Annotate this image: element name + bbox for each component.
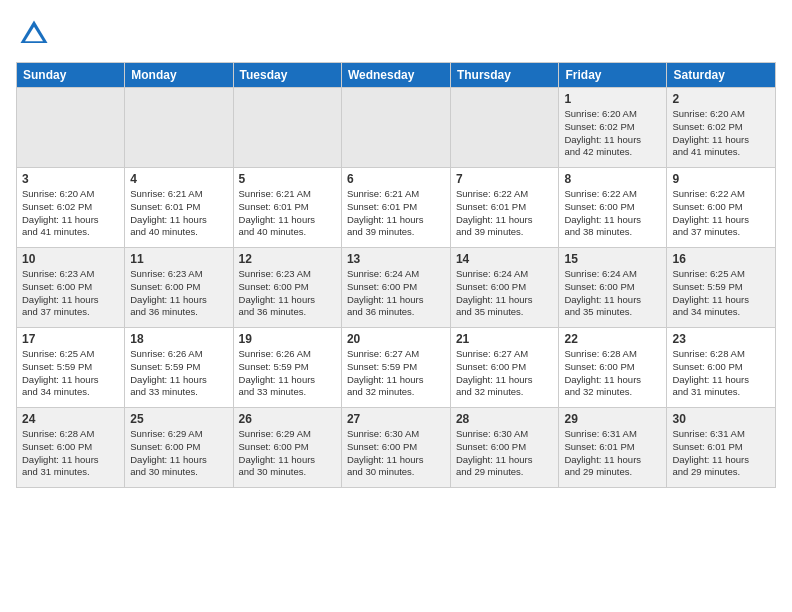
calendar-day-cell xyxy=(17,88,125,168)
calendar-week-row: 1Sunrise: 6:20 AM Sunset: 6:02 PM Daylig… xyxy=(17,88,776,168)
day-number: 19 xyxy=(239,332,336,346)
day-info: Sunrise: 6:30 AM Sunset: 6:00 PM Dayligh… xyxy=(347,428,445,479)
weekday-header: Saturday xyxy=(667,63,776,88)
calendar-day-cell: 16Sunrise: 6:25 AM Sunset: 5:59 PM Dayli… xyxy=(667,248,776,328)
day-number: 30 xyxy=(672,412,770,426)
day-number: 28 xyxy=(456,412,554,426)
day-number: 1 xyxy=(564,92,661,106)
calendar-week-row: 10Sunrise: 6:23 AM Sunset: 6:00 PM Dayli… xyxy=(17,248,776,328)
calendar-day-cell: 1Sunrise: 6:20 AM Sunset: 6:02 PM Daylig… xyxy=(559,88,667,168)
day-number: 9 xyxy=(672,172,770,186)
calendar-day-cell: 8Sunrise: 6:22 AM Sunset: 6:00 PM Daylig… xyxy=(559,168,667,248)
day-number: 6 xyxy=(347,172,445,186)
calendar-day-cell xyxy=(125,88,233,168)
calendar-table: SundayMondayTuesdayWednesdayThursdayFrid… xyxy=(16,62,776,488)
header xyxy=(16,16,776,52)
day-number: 7 xyxy=(456,172,554,186)
calendar-day-cell: 9Sunrise: 6:22 AM Sunset: 6:00 PM Daylig… xyxy=(667,168,776,248)
calendar-day-cell: 26Sunrise: 6:29 AM Sunset: 6:00 PM Dayli… xyxy=(233,408,341,488)
calendar-day-cell: 27Sunrise: 6:30 AM Sunset: 6:00 PM Dayli… xyxy=(341,408,450,488)
day-info: Sunrise: 6:25 AM Sunset: 5:59 PM Dayligh… xyxy=(22,348,119,399)
day-number: 21 xyxy=(456,332,554,346)
day-info: Sunrise: 6:27 AM Sunset: 5:59 PM Dayligh… xyxy=(347,348,445,399)
calendar-day-cell: 19Sunrise: 6:26 AM Sunset: 5:59 PM Dayli… xyxy=(233,328,341,408)
day-number: 2 xyxy=(672,92,770,106)
day-number: 17 xyxy=(22,332,119,346)
day-number: 10 xyxy=(22,252,119,266)
day-info: Sunrise: 6:21 AM Sunset: 6:01 PM Dayligh… xyxy=(130,188,227,239)
calendar-day-cell: 29Sunrise: 6:31 AM Sunset: 6:01 PM Dayli… xyxy=(559,408,667,488)
day-number: 27 xyxy=(347,412,445,426)
day-number: 4 xyxy=(130,172,227,186)
calendar-week-row: 3Sunrise: 6:20 AM Sunset: 6:02 PM Daylig… xyxy=(17,168,776,248)
calendar-day-cell: 10Sunrise: 6:23 AM Sunset: 6:00 PM Dayli… xyxy=(17,248,125,328)
calendar-day-cell: 18Sunrise: 6:26 AM Sunset: 5:59 PM Dayli… xyxy=(125,328,233,408)
day-info: Sunrise: 6:23 AM Sunset: 6:00 PM Dayligh… xyxy=(130,268,227,319)
weekday-header: Tuesday xyxy=(233,63,341,88)
calendar-day-cell: 25Sunrise: 6:29 AM Sunset: 6:00 PM Dayli… xyxy=(125,408,233,488)
day-number: 20 xyxy=(347,332,445,346)
calendar-week-row: 24Sunrise: 6:28 AM Sunset: 6:00 PM Dayli… xyxy=(17,408,776,488)
calendar-day-cell: 6Sunrise: 6:21 AM Sunset: 6:01 PM Daylig… xyxy=(341,168,450,248)
calendar-day-cell: 24Sunrise: 6:28 AM Sunset: 6:00 PM Dayli… xyxy=(17,408,125,488)
weekday-header: Sunday xyxy=(17,63,125,88)
logo xyxy=(16,16,56,52)
day-number: 15 xyxy=(564,252,661,266)
day-info: Sunrise: 6:24 AM Sunset: 6:00 PM Dayligh… xyxy=(564,268,661,319)
day-number: 13 xyxy=(347,252,445,266)
calendar-day-cell: 5Sunrise: 6:21 AM Sunset: 6:01 PM Daylig… xyxy=(233,168,341,248)
day-number: 3 xyxy=(22,172,119,186)
calendar-day-cell xyxy=(341,88,450,168)
day-info: Sunrise: 6:28 AM Sunset: 6:00 PM Dayligh… xyxy=(564,348,661,399)
day-info: Sunrise: 6:26 AM Sunset: 5:59 PM Dayligh… xyxy=(130,348,227,399)
calendar-day-cell: 3Sunrise: 6:20 AM Sunset: 6:02 PM Daylig… xyxy=(17,168,125,248)
day-info: Sunrise: 6:31 AM Sunset: 6:01 PM Dayligh… xyxy=(672,428,770,479)
day-number: 23 xyxy=(672,332,770,346)
day-number: 25 xyxy=(130,412,227,426)
calendar-day-cell: 30Sunrise: 6:31 AM Sunset: 6:01 PM Dayli… xyxy=(667,408,776,488)
day-info: Sunrise: 6:31 AM Sunset: 6:01 PM Dayligh… xyxy=(564,428,661,479)
day-number: 29 xyxy=(564,412,661,426)
calendar-day-cell: 23Sunrise: 6:28 AM Sunset: 6:00 PM Dayli… xyxy=(667,328,776,408)
page: SundayMondayTuesdayWednesdayThursdayFrid… xyxy=(0,0,792,612)
day-info: Sunrise: 6:30 AM Sunset: 6:00 PM Dayligh… xyxy=(456,428,554,479)
calendar-day-cell: 28Sunrise: 6:30 AM Sunset: 6:00 PM Dayli… xyxy=(450,408,559,488)
day-info: Sunrise: 6:20 AM Sunset: 6:02 PM Dayligh… xyxy=(672,108,770,159)
calendar-week-row: 17Sunrise: 6:25 AM Sunset: 5:59 PM Dayli… xyxy=(17,328,776,408)
day-info: Sunrise: 6:20 AM Sunset: 6:02 PM Dayligh… xyxy=(564,108,661,159)
day-info: Sunrise: 6:23 AM Sunset: 6:00 PM Dayligh… xyxy=(22,268,119,319)
day-info: Sunrise: 6:27 AM Sunset: 6:00 PM Dayligh… xyxy=(456,348,554,399)
weekday-header: Wednesday xyxy=(341,63,450,88)
day-info: Sunrise: 6:26 AM Sunset: 5:59 PM Dayligh… xyxy=(239,348,336,399)
calendar-day-cell: 20Sunrise: 6:27 AM Sunset: 5:59 PM Dayli… xyxy=(341,328,450,408)
calendar-day-cell: 21Sunrise: 6:27 AM Sunset: 6:00 PM Dayli… xyxy=(450,328,559,408)
day-info: Sunrise: 6:28 AM Sunset: 6:00 PM Dayligh… xyxy=(22,428,119,479)
day-number: 11 xyxy=(130,252,227,266)
day-number: 12 xyxy=(239,252,336,266)
weekday-header: Friday xyxy=(559,63,667,88)
day-number: 26 xyxy=(239,412,336,426)
calendar-day-cell: 22Sunrise: 6:28 AM Sunset: 6:00 PM Dayli… xyxy=(559,328,667,408)
calendar-day-cell: 12Sunrise: 6:23 AM Sunset: 6:00 PM Dayli… xyxy=(233,248,341,328)
day-info: Sunrise: 6:22 AM Sunset: 6:00 PM Dayligh… xyxy=(564,188,661,239)
calendar-day-cell: 2Sunrise: 6:20 AM Sunset: 6:02 PM Daylig… xyxy=(667,88,776,168)
weekday-header: Thursday xyxy=(450,63,559,88)
day-info: Sunrise: 6:22 AM Sunset: 6:00 PM Dayligh… xyxy=(672,188,770,239)
calendar-day-cell: 15Sunrise: 6:24 AM Sunset: 6:00 PM Dayli… xyxy=(559,248,667,328)
day-info: Sunrise: 6:28 AM Sunset: 6:00 PM Dayligh… xyxy=(672,348,770,399)
day-info: Sunrise: 6:21 AM Sunset: 6:01 PM Dayligh… xyxy=(347,188,445,239)
day-info: Sunrise: 6:24 AM Sunset: 6:00 PM Dayligh… xyxy=(456,268,554,319)
weekday-header: Monday xyxy=(125,63,233,88)
weekday-header-row: SundayMondayTuesdayWednesdayThursdayFrid… xyxy=(17,63,776,88)
day-number: 16 xyxy=(672,252,770,266)
day-info: Sunrise: 6:21 AM Sunset: 6:01 PM Dayligh… xyxy=(239,188,336,239)
day-number: 22 xyxy=(564,332,661,346)
day-number: 5 xyxy=(239,172,336,186)
day-info: Sunrise: 6:24 AM Sunset: 6:00 PM Dayligh… xyxy=(347,268,445,319)
calendar-day-cell: 14Sunrise: 6:24 AM Sunset: 6:00 PM Dayli… xyxy=(450,248,559,328)
calendar-day-cell xyxy=(450,88,559,168)
day-info: Sunrise: 6:29 AM Sunset: 6:00 PM Dayligh… xyxy=(130,428,227,479)
day-info: Sunrise: 6:29 AM Sunset: 6:00 PM Dayligh… xyxy=(239,428,336,479)
day-info: Sunrise: 6:22 AM Sunset: 6:01 PM Dayligh… xyxy=(456,188,554,239)
day-info: Sunrise: 6:20 AM Sunset: 6:02 PM Dayligh… xyxy=(22,188,119,239)
